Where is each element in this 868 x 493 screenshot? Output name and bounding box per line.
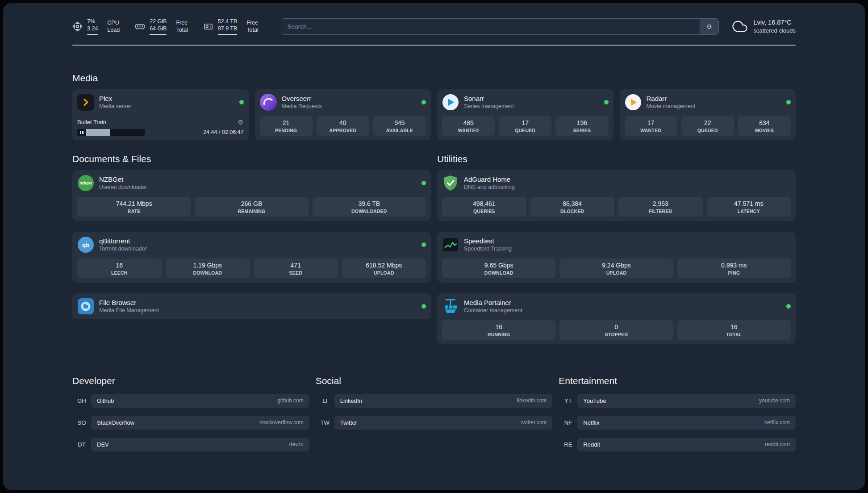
stat-value: 16 bbox=[78, 262, 161, 269]
bookmark-name: Netflix bbox=[583, 419, 599, 426]
stat-wanted: 485 WANTED bbox=[442, 116, 495, 136]
memory-total-label: Total bbox=[176, 26, 188, 33]
bookmark-name: Twitter bbox=[340, 419, 357, 426]
stat-queries: 498,461 QUERIES bbox=[442, 197, 526, 217]
stat-stopped: 0 STOPPED bbox=[559, 320, 673, 340]
status-dot bbox=[421, 181, 426, 185]
stat-upload: 618.52 Mbps UPLOAD bbox=[342, 259, 426, 278]
service-link-plex[interactable]: Plex Media server bbox=[77, 94, 244, 111]
disk-icon bbox=[203, 21, 213, 32]
service-link-radarr[interactable]: Radarr Movie management bbox=[625, 94, 791, 111]
service-name: Radarr bbox=[647, 95, 696, 102]
memory-usage-bar bbox=[150, 34, 167, 35]
service-card-filebrowser: File Browser Media File Management bbox=[72, 293, 431, 319]
service-description: Series management bbox=[464, 103, 514, 109]
bookmark-stackoverflow[interactable]: SO StackOverflow stackoverflow.com bbox=[72, 416, 309, 430]
stat-value: 196 bbox=[556, 119, 607, 126]
stat-label: RUNNING bbox=[443, 332, 555, 337]
status-dot bbox=[786, 100, 791, 104]
service-link-sonarr[interactable]: Sonarr Series management bbox=[442, 94, 609, 111]
service-card-speedtest: Speedtest Speedtest Tracking 9.65 Gbps D… bbox=[437, 232, 796, 283]
section-heading-documents: Documents & Files bbox=[72, 154, 431, 164]
adguard-icon bbox=[442, 175, 459, 192]
stat-download: 1.19 Gbps DOWNLOAD bbox=[166, 259, 250, 278]
stat-available: 945 AVAILABLE bbox=[373, 116, 426, 136]
bookmark-github[interactable]: GH Github github.com bbox=[72, 394, 309, 408]
bookmark-reddit[interactable]: RE Reddit reddit.com bbox=[559, 438, 796, 451]
bookmark-youtube[interactable]: YT YouTube youtube.com bbox=[559, 394, 796, 408]
bookmark-abbr: GH bbox=[72, 397, 91, 404]
bookmark-name: YouTube bbox=[583, 397, 606, 404]
service-name: File Browser bbox=[99, 299, 159, 306]
bookmark-url: linkedin.com bbox=[517, 397, 547, 404]
service-description: Media server bbox=[99, 103, 131, 109]
stat-label: RATE bbox=[78, 209, 190, 214]
divider bbox=[72, 45, 796, 46]
stat-label: BLOCKED bbox=[531, 209, 614, 214]
search-input[interactable] bbox=[281, 19, 700, 34]
stat-downloaded: 39.6 TB DOWNLOADED bbox=[313, 197, 426, 217]
cpu-percent: 7% bbox=[87, 18, 98, 25]
settings-gear-icon[interactable]: ⚙ bbox=[238, 119, 243, 125]
stat-seed: 471 SEED bbox=[254, 259, 338, 278]
stat-approved: 40 APPROVED bbox=[317, 116, 369, 136]
resource-widget-memory: 22 GiB 64 GiB Free Total bbox=[135, 18, 188, 35]
service-link-speedtest[interactable]: Speedtest Speedtest Tracking bbox=[442, 236, 791, 253]
dashboard-page: 7% 3.24 CPU Load 22 GiB bbox=[3, 3, 865, 490]
memory-icon bbox=[135, 21, 145, 32]
stat-queued: 22 QUEUED bbox=[681, 116, 734, 136]
service-stats: 485 WANTED 17 QUEUED 196 SERIES bbox=[442, 111, 609, 136]
service-link-overseerr[interactable]: Overseerr Media Requests bbox=[260, 94, 426, 111]
service-stats: 21 PENDING 40 APPROVED 945 AVAILABLE bbox=[260, 111, 426, 136]
service-description: Media File Management bbox=[99, 307, 159, 313]
service-card-nzbget: nzbget NZBGet Usenet downloader 74 bbox=[72, 170, 431, 221]
service-link-qbittorrent[interactable]: qb qBittorrent Torrent downloader bbox=[77, 236, 426, 253]
disk-free-value: 52.4 TB bbox=[218, 18, 238, 25]
service-link-nzbget[interactable]: nzbget NZBGet Usenet downloader bbox=[77, 175, 426, 192]
stat-queued: 17 QUEUED bbox=[499, 116, 551, 136]
service-description: Torrent downloader bbox=[99, 246, 147, 252]
stat-label: WANTED bbox=[443, 128, 494, 133]
disk-usage-bar bbox=[218, 34, 238, 35]
radarr-icon bbox=[625, 94, 642, 111]
stat-label: WANTED bbox=[626, 128, 676, 133]
bookmark-netflix[interactable]: NF Netflix netflix.com bbox=[559, 416, 796, 430]
service-stats: 17 WANTED 22 QUEUED 834 MOVIES bbox=[625, 111, 791, 136]
bookmark-name: Reddit bbox=[583, 441, 600, 448]
pause-icon[interactable] bbox=[77, 129, 86, 136]
weather-location: Lviv, 16.87°C bbox=[753, 18, 796, 27]
playback-progress-bar[interactable] bbox=[77, 129, 145, 136]
stat-upload: 9.24 Gbps UPLOAD bbox=[559, 259, 673, 278]
stat-value: 0 bbox=[560, 323, 672, 330]
stat-latency: 47.571 ms LATENCY bbox=[707, 197, 791, 217]
service-description: Media Requests bbox=[282, 103, 322, 109]
service-link-filebrowser[interactable]: File Browser Media File Management bbox=[77, 298, 426, 315]
bookmark-linkedin[interactable]: LI LinkedIn linkedin.com bbox=[316, 394, 553, 408]
service-link-adguard[interactable]: AdGuard Home DNS and adblocking bbox=[442, 175, 791, 192]
bookmark-abbr: SO bbox=[72, 419, 91, 426]
service-link-portainer[interactable]: Media Portainer Container management bbox=[442, 298, 791, 315]
service-card-overseerr: Overseerr Media Requests 21 PENDING 40 A… bbox=[255, 89, 431, 140]
service-stats: 498,461 QUERIES 86,384 BLOCKED 2,953 FIL… bbox=[442, 192, 791, 217]
bookmark-twitter[interactable]: TW Twitter twitter.com bbox=[316, 416, 553, 430]
cloud-icon bbox=[731, 19, 748, 34]
stat-value: 471 bbox=[255, 262, 337, 269]
bookmark-abbr: NF bbox=[559, 419, 577, 426]
stat-label: SEED bbox=[255, 270, 337, 276]
disk-free-label: Free bbox=[246, 19, 258, 26]
stat-label: FILTERED bbox=[619, 209, 702, 214]
stat-label: APPROVED bbox=[317, 128, 368, 133]
stat-label: LEECH bbox=[78, 270, 161, 276]
bookmark-abbr: LI bbox=[316, 397, 334, 404]
search-provider-button[interactable]: G bbox=[700, 19, 718, 34]
bookmark-name: Github bbox=[97, 397, 114, 404]
bookmark-dev[interactable]: DT DEV dev.to bbox=[72, 438, 309, 451]
bookmark-url: youtube.com bbox=[759, 397, 790, 404]
cpu-label: CPU bbox=[107, 19, 120, 26]
stat-label: SERIES bbox=[556, 128, 607, 133]
memory-free-value: 22 GiB bbox=[150, 18, 167, 25]
stat-value: 485 bbox=[443, 119, 494, 126]
stat-leech: 16 LEECH bbox=[77, 259, 162, 278]
bookmark-url: dev.to bbox=[289, 441, 304, 447]
service-stats: 744.21 Mbps RATE 266 GB REMAINING 39.6 T… bbox=[77, 192, 426, 217]
